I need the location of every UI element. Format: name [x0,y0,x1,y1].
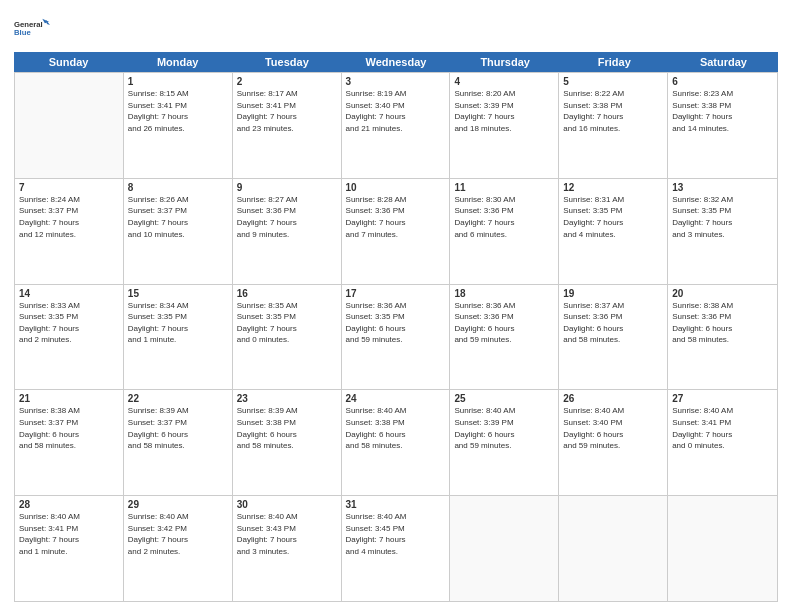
cell-line: Sunrise: 8:17 AM [237,88,337,100]
cell-line: Sunrise: 8:20 AM [454,88,554,100]
cell-line: Sunrise: 8:23 AM [672,88,773,100]
cell-line: Daylight: 6 hours [19,429,119,441]
cell-line: and 9 minutes. [237,229,337,241]
day-cell-10: 10Sunrise: 8:28 AMSunset: 3:36 PMDayligh… [342,179,451,284]
cell-line: Daylight: 7 hours [128,323,228,335]
cell-line: Daylight: 7 hours [563,217,663,229]
day-number: 30 [237,499,337,510]
cell-line: Daylight: 7 hours [346,217,446,229]
day-cell-15: 15Sunrise: 8:34 AMSunset: 3:35 PMDayligh… [124,285,233,390]
cell-line: Sunrise: 8:37 AM [563,300,663,312]
empty-cell [668,496,777,601]
cell-line: Sunrise: 8:40 AM [128,511,228,523]
day-number: 15 [128,288,228,299]
cell-line: and 58 minutes. [19,440,119,452]
day-number: 28 [19,499,119,510]
cell-line: Sunset: 3:38 PM [672,100,773,112]
day-number: 17 [346,288,446,299]
cell-line: Daylight: 7 hours [19,217,119,229]
cell-line: and 58 minutes. [128,440,228,452]
cell-line: Daylight: 7 hours [672,111,773,123]
cell-line: Sunset: 3:39 PM [454,100,554,112]
day-cell-3: 3Sunrise: 8:19 AMSunset: 3:40 PMDaylight… [342,73,451,178]
cell-line: and 58 minutes. [672,334,773,346]
cell-line: Daylight: 6 hours [237,429,337,441]
cell-line: Sunrise: 8:39 AM [128,405,228,417]
page: General Blue SundayMondayTuesdayWednesda… [0,0,792,612]
day-cell-28: 28Sunrise: 8:40 AMSunset: 3:41 PMDayligh… [15,496,124,601]
cell-line: Sunset: 3:41 PM [19,523,119,535]
cell-line: Sunrise: 8:34 AM [128,300,228,312]
cell-line: Daylight: 7 hours [128,534,228,546]
cell-line: Sunset: 3:40 PM [346,100,446,112]
cell-line: and 4 minutes. [563,229,663,241]
cell-line: Daylight: 7 hours [19,323,119,335]
cell-line: Sunset: 3:35 PM [237,311,337,323]
day-header-saturday: Saturday [669,52,778,72]
cell-line: Sunset: 3:36 PM [563,311,663,323]
day-cell-25: 25Sunrise: 8:40 AMSunset: 3:39 PMDayligh… [450,390,559,495]
day-header-sunday: Sunday [14,52,123,72]
cell-line: and 2 minutes. [128,546,228,558]
day-number: 27 [672,393,773,404]
cell-line: and 1 minute. [128,334,228,346]
cell-line: Sunset: 3:35 PM [346,311,446,323]
cell-line: Sunrise: 8:31 AM [563,194,663,206]
cell-line: Sunrise: 8:27 AM [237,194,337,206]
cell-line: and 10 minutes. [128,229,228,241]
cell-line: Sunset: 3:43 PM [237,523,337,535]
day-number: 11 [454,182,554,193]
cell-line: Sunrise: 8:40 AM [19,511,119,523]
day-cell-17: 17Sunrise: 8:36 AMSunset: 3:35 PMDayligh… [342,285,451,390]
cell-line: and 58 minutes. [237,440,337,452]
cell-line: Sunrise: 8:36 AM [346,300,446,312]
cell-line: Daylight: 7 hours [454,217,554,229]
day-number: 25 [454,393,554,404]
cell-line: Daylight: 7 hours [237,217,337,229]
cell-line: Daylight: 7 hours [454,111,554,123]
cell-line: Sunrise: 8:36 AM [454,300,554,312]
day-number: 13 [672,182,773,193]
cell-line: Sunset: 3:36 PM [454,205,554,217]
day-number: 1 [128,76,228,87]
day-cell-26: 26Sunrise: 8:40 AMSunset: 3:40 PMDayligh… [559,390,668,495]
cell-line: Daylight: 7 hours [346,534,446,546]
day-cell-30: 30Sunrise: 8:40 AMSunset: 3:43 PMDayligh… [233,496,342,601]
cell-line: and 14 minutes. [672,123,773,135]
cell-line: Sunset: 3:36 PM [237,205,337,217]
cell-line: and 7 minutes. [346,229,446,241]
cell-line: and 0 minutes. [672,440,773,452]
day-number: 4 [454,76,554,87]
cell-line: Sunset: 3:45 PM [346,523,446,535]
cell-line: Sunrise: 8:40 AM [563,405,663,417]
cell-line: Sunset: 3:35 PM [19,311,119,323]
cell-line: Sunrise: 8:38 AM [672,300,773,312]
cell-line: Daylight: 7 hours [672,429,773,441]
cell-line: Daylight: 6 hours [563,429,663,441]
cell-line: Sunrise: 8:26 AM [128,194,228,206]
day-cell-20: 20Sunrise: 8:38 AMSunset: 3:36 PMDayligh… [668,285,777,390]
cell-line: Sunset: 3:39 PM [454,417,554,429]
calendar-header: SundayMondayTuesdayWednesdayThursdayFrid… [14,52,778,73]
day-number: 26 [563,393,663,404]
cell-line: Daylight: 6 hours [454,429,554,441]
day-cell-22: 22Sunrise: 8:39 AMSunset: 3:37 PMDayligh… [124,390,233,495]
day-number: 29 [128,499,228,510]
cell-line: and 1 minute. [19,546,119,558]
day-cell-24: 24Sunrise: 8:40 AMSunset: 3:38 PMDayligh… [342,390,451,495]
cell-line: and 0 minutes. [237,334,337,346]
day-number: 7 [19,182,119,193]
cell-line: Daylight: 6 hours [563,323,663,335]
cell-line: Sunset: 3:40 PM [563,417,663,429]
cell-line: Sunset: 3:41 PM [237,100,337,112]
day-cell-7: 7Sunrise: 8:24 AMSunset: 3:37 PMDaylight… [15,179,124,284]
cell-line: Sunrise: 8:28 AM [346,194,446,206]
calendar: SundayMondayTuesdayWednesdayThursdayFrid… [14,52,778,602]
cell-line: Sunrise: 8:40 AM [454,405,554,417]
day-cell-6: 6Sunrise: 8:23 AMSunset: 3:38 PMDaylight… [668,73,777,178]
day-number: 6 [672,76,773,87]
cell-line: Daylight: 6 hours [672,323,773,335]
cell-line: Sunset: 3:35 PM [672,205,773,217]
cell-line: Sunrise: 8:15 AM [128,88,228,100]
cell-line: Sunset: 3:37 PM [128,205,228,217]
